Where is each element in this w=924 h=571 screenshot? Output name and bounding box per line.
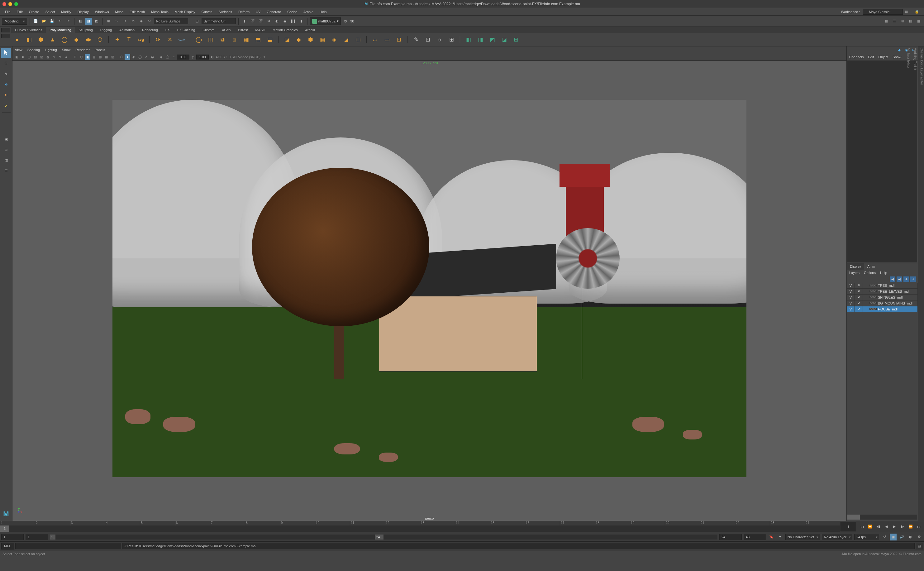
poly-plane-icon[interactable]: ◆ <box>72 35 81 44</box>
vp-bookmark-icon[interactable]: ■ <box>20 54 26 60</box>
vp-opt2-icon[interactable]: ◇ <box>51 54 57 60</box>
shelf-tab-sculpting[interactable]: Sculpting <box>75 27 97 33</box>
menu-file[interactable]: File <box>2 10 14 14</box>
layer-name[interactable]: TREE_mdl <box>877 283 918 288</box>
menu-uv[interactable]: UV <box>253 10 263 14</box>
play-backward-icon[interactable]: ◀ <box>883 523 890 530</box>
bridge-icon[interactable]: ⬓ <box>265 35 274 44</box>
layer-visibility-toggle[interactable]: V <box>847 295 855 300</box>
poly-svg-icon[interactable]: svg <box>136 35 145 44</box>
layer-playback-toggle[interactable]: P <box>855 289 863 294</box>
prefs-icon[interactable]: ⚙ <box>916 534 923 540</box>
shelf-custom-icon[interactable] <box>1 34 10 38</box>
layer-color-swatch[interactable] <box>870 290 877 292</box>
vp-opt3-icon[interactable]: ✎ <box>57 54 63 60</box>
vp-menu-lighting[interactable]: Lighting <box>45 48 57 52</box>
shelf-tab-curves[interactable]: Curves / Surfaces <box>11 27 46 33</box>
vp-textured-icon[interactable]: ◐ <box>131 54 137 60</box>
cmd-lang-label[interactable]: MEL <box>1 543 14 549</box>
create-poly-icon[interactable]: ▱ <box>370 35 380 44</box>
soft-select-icon[interactable]: ✕ <box>165 35 174 44</box>
cb-icon-1[interactable]: ◆ <box>896 47 902 52</box>
menuset-dropdown[interactable]: Modeling <box>2 18 27 25</box>
smooth-icon[interactable]: ⬢ <box>306 35 315 44</box>
connect-icon[interactable]: ⊡ <box>394 35 403 44</box>
render-settings-icon[interactable]: ⚙ <box>265 18 272 25</box>
shelf-tab-fx[interactable]: FX <box>162 27 174 33</box>
light-editor-icon[interactable]: ◉ <box>282 18 288 25</box>
undo-icon[interactable]: ↶ <box>57 18 63 25</box>
layer-name[interactable]: TREE_LEAVES_mdl <box>877 289 918 294</box>
outliner-toggle-icon[interactable]: ☰ <box>1 166 11 176</box>
vp-gamma-icon[interactable]: γ <box>190 54 196 60</box>
close-window[interactable] <box>3 2 6 6</box>
save-scene-icon[interactable]: 💾 <box>49 18 55 25</box>
menu-mesh[interactable]: Mesh <box>112 10 126 14</box>
layer-visibility-toggle[interactable]: V <box>847 306 855 312</box>
layer-playback-toggle[interactable]: P <box>855 306 863 312</box>
range-handle-right[interactable]: 24 <box>375 534 383 540</box>
play-forward-icon[interactable]: ▶ <box>891 523 898 530</box>
layer-tab-display[interactable]: Display <box>847 263 864 270</box>
boolean-union-icon[interactable]: ⧉ <box>218 35 227 44</box>
coord-000-icon[interactable]: 0,0,0 <box>177 35 186 44</box>
anim-layer-dropdown[interactable]: No Anim Layer <box>822 534 852 540</box>
toggle-pause-icon[interactable]: ❚❚ <box>290 18 297 25</box>
cmd-input[interactable] <box>15 543 121 549</box>
vp-select-camera-icon[interactable]: ▣ <box>14 54 19 60</box>
combine-icon[interactable]: ◯ <box>194 35 203 44</box>
vp-isolate-icon[interactable]: ◒ <box>149 54 155 60</box>
range-start-outer[interactable]: 1 <box>1 534 24 540</box>
vp-xray-icon[interactable]: ◉ <box>158 54 164 60</box>
poly-count-icon[interactable]: ⊞ <box>511 35 521 44</box>
shelf-tab-rendering[interactable]: Rendering <box>138 27 162 33</box>
select-by-object-icon[interactable]: ◨ <box>85 18 92 25</box>
snap-point-icon[interactable]: ⊙ <box>122 18 128 25</box>
realtime-icon[interactable]: ▣ <box>890 534 896 540</box>
vp-opt4-icon[interactable]: ◈ <box>63 54 69 60</box>
shelf-tab-bifrost[interactable]: Bifrost <box>234 27 251 33</box>
layer-menu-help[interactable]: Help <box>880 271 887 275</box>
snap-grid-icon[interactable]: ⊞ <box>105 18 112 25</box>
vp-color-mgmt-icon[interactable]: ◐ <box>209 54 215 60</box>
side-tab-channelbox[interactable]: Channel Box / Layer Editor <box>920 48 923 520</box>
cb-menu-object[interactable]: Object <box>878 55 888 59</box>
vp-opt1-icon[interactable]: ▩ <box>45 54 51 60</box>
sweep-mesh-icon[interactable]: ⟳ <box>153 35 163 44</box>
time-current-handle[interactable]: 1 <box>0 526 9 532</box>
symmetry-field[interactable]: Symmetry: Off <box>202 18 236 24</box>
vp-exposure-icon[interactable]: ☼ <box>171 54 176 60</box>
workspace-options-icon[interactable]: ▦ <box>903 8 910 15</box>
panel-hypergraph-icon[interactable]: ▦ <box>883 18 890 25</box>
layer-color-swatch[interactable] <box>870 296 877 298</box>
hypershade-icon[interactable]: ◐ <box>274 18 280 25</box>
layer-move-up-icon[interactable]: ◀ <box>890 276 895 282</box>
panel-outliner-icon[interactable]: ☰ <box>891 18 898 25</box>
autokey-toggle-icon[interactable]: ▾ <box>777 534 784 540</box>
cb-menu-channels[interactable]: Channels <box>849 55 864 59</box>
layer-playback-toggle[interactable]: P <box>855 301 863 306</box>
separate-icon[interactable]: ◫ <box>206 35 215 44</box>
layout-four-icon[interactable]: ⊞ <box>1 145 11 154</box>
vp-shadows-icon[interactable]: ☀ <box>143 54 149 60</box>
audio-icon[interactable]: 🔊 <box>898 534 905 540</box>
side-tab-attribute-editor[interactable]: Attribute Editor <box>907 48 910 520</box>
poly-sphere-icon[interactable]: ● <box>12 35 22 44</box>
menu-edit-mesh[interactable]: Edit Mesh <box>126 10 148 14</box>
scale-tool-icon[interactable]: ⤢ <box>1 101 11 111</box>
set-key-icon[interactable]: 🔖 <box>768 534 775 540</box>
layer-visibility-toggle[interactable]: V <box>847 289 855 294</box>
workspace-dropdown[interactable]: Maya Classic* <box>863 9 903 15</box>
poly-cylinder-icon[interactable]: ⬢ <box>36 35 46 44</box>
layer-display-type[interactable] <box>863 296 870 298</box>
vp-menu-view[interactable]: View <box>15 48 22 52</box>
poly-torus-icon[interactable]: ◯ <box>60 35 69 44</box>
snap-curve-icon[interactable]: 〰 <box>113 18 120 25</box>
layer-display-type[interactable] <box>863 290 870 292</box>
extrude-icon[interactable]: ⬒ <box>253 35 263 44</box>
menu-surfaces[interactable]: Surfaces <box>216 10 235 14</box>
layer-name[interactable]: BG_MOUNTAINS_mdl <box>877 301 918 306</box>
ipr-render-icon[interactable]: 🎬 <box>257 18 264 25</box>
layer-display-type[interactable] <box>863 285 870 286</box>
range-start-inner[interactable]: 1 <box>26 534 48 540</box>
